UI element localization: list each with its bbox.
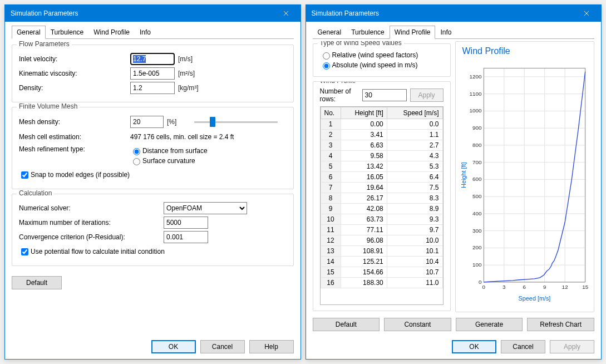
profile-table-wrap[interactable]: No. Height [ft] Speed [m/s] 1 0.00 0.02 … [320, 106, 444, 305]
default-button[interactable]: Default [12, 276, 62, 289]
cell-height[interactable]: 16.05 [341, 172, 387, 183]
tab-wind-profile[interactable]: Wind Profile [390, 26, 436, 39]
help-button[interactable]: Help [249, 340, 294, 353]
cell-height[interactable]: 125.21 [341, 257, 387, 267]
table-row[interactable]: 2 3.41 1.1 [321, 130, 442, 140]
table-row[interactable]: 4 9.58 4.3 [321, 151, 442, 161]
mesh-density-input[interactable] [130, 116, 164, 128]
table-row[interactable]: 11 77.11 9.7 [321, 225, 442, 235]
table-row[interactable]: 3 6.63 2.7 [321, 140, 442, 151]
col-speed[interactable]: Speed [m/s] [387, 107, 442, 119]
col-height[interactable]: Height [ft] [341, 107, 387, 119]
refresh-chart-button[interactable]: Refresh Chart [527, 318, 594, 331]
cell-speed[interactable]: 10.7 [387, 267, 442, 278]
cell-speed[interactable]: 2.7 [387, 140, 442, 151]
table-row[interactable]: 14 125.21 10.4 [321, 257, 442, 267]
table-row[interactable]: 10 63.73 9.3 [321, 214, 442, 225]
cell-speed[interactable]: 4.3 [387, 151, 442, 161]
default-button[interactable]: Default [313, 318, 380, 331]
cancel-button[interactable]: Cancel [501, 340, 545, 353]
iterations-input[interactable] [164, 217, 208, 229]
svg-text:Speed [m/s]: Speed [m/s] [518, 295, 550, 302]
tab-general[interactable]: General [12, 26, 46, 39]
apply-rows-button[interactable]: Apply [410, 88, 444, 102]
cell-speed[interactable]: 0.0 [387, 119, 442, 130]
viscosity-input[interactable] [130, 67, 175, 80]
inlet-velocity-input[interactable] [130, 53, 175, 65]
refinement-curvature-label: Surface curvature [142, 157, 195, 165]
tab-general[interactable]: General [313, 26, 347, 39]
snap-edges-checkbox[interactable] [21, 171, 28, 179]
solver-select[interactable]: OpenFOAM [164, 202, 247, 214]
cell-height[interactable]: 63.73 [341, 214, 387, 225]
refinement-distance-radio[interactable] [133, 148, 140, 155]
tab-turbulence[interactable]: Turbulence [346, 26, 390, 39]
cell-speed[interactable]: 1.1 [387, 130, 442, 140]
table-row[interactable]: 9 42.08 8.9 [321, 204, 442, 214]
cell-speed[interactable]: 8.9 [387, 204, 442, 214]
cell-height[interactable]: 96.08 [341, 235, 387, 246]
cell-speed[interactable]: 11.0 [387, 278, 442, 288]
cell-height[interactable]: 26.17 [341, 193, 387, 204]
table-row[interactable]: 15 154.66 10.7 [321, 267, 442, 278]
table-row[interactable]: 5 13.42 5.3 [321, 161, 442, 172]
cell-speed[interactable]: 6.4 [387, 172, 442, 183]
cell-speed[interactable]: 9.3 [387, 214, 442, 225]
refinement-curvature-radio[interactable] [133, 158, 140, 165]
cancel-button[interactable]: Cancel [200, 340, 245, 353]
tab-info[interactable]: Info [435, 26, 456, 39]
refinement-distance-label: Distance from surface [142, 147, 208, 155]
cell-height[interactable]: 3.41 [341, 130, 387, 140]
table-row[interactable]: 13 108.91 10.1 [321, 246, 442, 257]
potential-flow-checkbox[interactable] [21, 248, 28, 255]
table-row[interactable]: 12 96.08 10.0 [321, 235, 442, 246]
cell-height[interactable]: 0.00 [341, 119, 387, 130]
ok-button[interactable]: OK [151, 340, 196, 353]
tab-wind-profile[interactable]: Wind Profile [88, 26, 135, 39]
table-row[interactable]: 8 26.17 8.3 [321, 193, 442, 204]
density-input[interactable] [130, 82, 175, 94]
mesh-density-slider[interactable] [194, 116, 278, 127]
group-legend: Finite Volume Mesh [17, 102, 80, 110]
type-absolute-radio[interactable] [323, 62, 330, 70]
cell-height[interactable]: 6.63 [341, 140, 387, 151]
cell-height[interactable]: 154.66 [341, 267, 387, 278]
close-button[interactable] [574, 6, 599, 21]
col-no[interactable]: No. [321, 107, 341, 119]
convergence-input[interactable] [164, 231, 208, 243]
group-legend: Flow Parameters [17, 40, 72, 48]
num-rows-input[interactable] [362, 89, 407, 101]
cell-height[interactable]: 13.42 [341, 161, 387, 172]
cell-height[interactable]: 108.91 [341, 246, 387, 257]
svg-text:9: 9 [543, 284, 546, 290]
titlebar[interactable]: Simulation Parameters [306, 5, 602, 22]
ok-button[interactable]: OK [452, 340, 496, 353]
constant-button[interactable]: Constant [384, 318, 451, 331]
tab-info[interactable]: Info [135, 26, 156, 39]
cell-height[interactable]: 9.58 [341, 151, 387, 161]
table-row[interactable]: 6 16.05 6.4 [321, 172, 442, 183]
cell-height[interactable]: 42.08 [341, 204, 387, 214]
cell-speed[interactable]: 10.0 [387, 235, 442, 246]
cell-no: 7 [321, 183, 341, 193]
titlebar[interactable]: Simulation Parameters [5, 5, 300, 22]
table-row[interactable]: 1 0.00 0.0 [321, 119, 442, 130]
tab-turbulence[interactable]: Turbulence [46, 26, 89, 39]
cell-speed[interactable]: 10.1 [387, 246, 442, 257]
apply-button[interactable]: Apply [550, 340, 594, 353]
mesh-density-unit: [%] [167, 118, 176, 126]
table-row[interactable]: 7 19.64 7.5 [321, 183, 442, 193]
cell-height[interactable]: 19.64 [341, 183, 387, 193]
type-relative-radio[interactable] [323, 52, 330, 60]
cell-speed[interactable]: 10.4 [387, 257, 442, 267]
close-button[interactable] [274, 6, 298, 21]
cell-speed[interactable]: 5.3 [387, 161, 442, 172]
cell-height[interactable]: 77.11 [341, 225, 387, 235]
table-row[interactable]: 16 188.30 11.0 [321, 278, 442, 288]
svg-text:900: 900 [472, 125, 481, 131]
cell-speed[interactable]: 7.5 [387, 183, 442, 193]
generate-button[interactable]: Generate [456, 318, 523, 331]
cell-speed[interactable]: 9.7 [387, 225, 442, 235]
cell-height[interactable]: 188.30 [341, 278, 387, 288]
cell-speed[interactable]: 8.3 [387, 193, 442, 204]
